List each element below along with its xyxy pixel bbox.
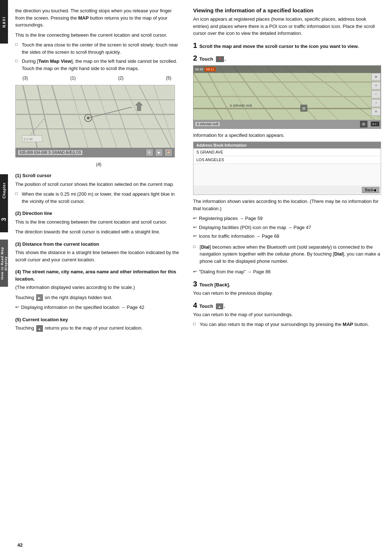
step-4: 4 Touch ▲.: [193, 301, 381, 310]
address-row-1: S GRAND AVE: [193, 148, 381, 156]
map-bottom-bar: 635-699 634-698 S GRAND AVE(LOS ⊞ ▶ 🏠: [16, 148, 175, 157]
bullet-1: Touch the area close to the center of th…: [15, 41, 182, 56]
map-btn-3[interactable]: 🏠: [164, 148, 172, 156]
map-cursor-btn[interactable]: ⊞: [360, 121, 367, 127]
map-info-text: Information for a specified location app…: [193, 132, 381, 139]
step-4-text: Touch ▲.: [199, 303, 225, 310]
arrow-item-dialing: "Dialing from the map" → Page 86: [193, 268, 381, 276]
main-content: the direction you touched. The scrolling…: [12, 0, 392, 555]
back-button[interactable]: Back◀: [362, 187, 379, 193]
right-arrow-list: Registering places → Page 59 Displaying …: [193, 215, 381, 240]
step-4-number: 4: [193, 301, 197, 310]
address-info-box: Address Book Information S GRAND AVE LOS…: [193, 142, 381, 195]
side-tabs: NAVI Chapter 3 How to Read Map Display: [0, 0, 12, 555]
step-3: 3 Touch [Back].: [193, 280, 381, 288]
address-row-2: LOS ANGELES: [193, 156, 381, 164]
svg-line-16: [88, 107, 132, 118]
map-side-buttons: A + − ↑ ≡: [371, 73, 381, 116]
svg-marker-17: [135, 102, 143, 111]
bullet-map-return: You can also return to the map of your s…: [193, 321, 381, 328]
section-current-loc: (5) Current location key Touching ▲ retu…: [15, 316, 182, 332]
map-grand-ave: S GRAND AVE: [195, 122, 220, 127]
map-button-inline: MAP: [78, 15, 89, 21]
step-3-number: 3: [193, 280, 197, 288]
step-1-text: Scroll the map and move the scroll curso…: [199, 43, 359, 50]
body-current-loc: Touching ▲ returns you to the map of you…: [15, 325, 182, 332]
map-side-btn-compass[interactable]: ↑: [371, 99, 381, 107]
intro-paragraph: the direction you touched. The scrolling…: [15, 7, 182, 29]
heading-street-name: (4) The street name, city name, area nam…: [15, 268, 182, 282]
map-label-5: (5): [166, 76, 171, 81]
svg-line-2: [52, 85, 70, 149]
how-to-tab: How to Read Map Display: [0, 240, 8, 287]
page-wrapper: NAVI Chapter 3 How to Read Map Display t…: [0, 0, 392, 555]
arrow-item-traffic: Icons for traffic information → Page 68: [193, 233, 381, 240]
page-number: 42: [17, 542, 23, 548]
body-distance: This shows the distance in a straight li…: [15, 249, 182, 263]
expand-icon: ▶: [36, 294, 43, 301]
step-1: 1 Scroll the map and move the scroll cur…: [193, 41, 381, 50]
step4-bullets: You can also return to the map of your s…: [193, 321, 381, 328]
dialing-arrow-list: "Dialing from the map" → Page 86: [193, 268, 381, 276]
section-distance: (3) Distance from the current location T…: [15, 241, 182, 264]
direction-line-text: This is the line connecting between the …: [15, 32, 182, 39]
map-bottom-icons: ⊞ ▶ 🏠: [146, 148, 172, 156]
address-info-header: Address Book Information: [193, 142, 381, 148]
body-direction-line-2: The direction towards the scroll cursor …: [15, 228, 182, 236]
right-bullet-list: [Dial] becomes active when the Bluetooth…: [193, 244, 381, 265]
bullet-dial: [Dial] becomes active when the Bluetooth…: [193, 244, 381, 265]
dial-bold-1: Dial: [201, 244, 210, 250]
body-direction-line-1: This is the line connecting between the …: [15, 219, 182, 226]
svg-line-5: [95, 85, 117, 149]
left-column: the direction you touched. The scrolling…: [15, 7, 189, 540]
step-3-text: Touch [Back].: [199, 282, 230, 288]
chapter-tab: Chapter: [0, 174, 8, 207]
map-scale: 8.1↑: [371, 122, 379, 126]
body-street-name-1: (The information displayed varies accord…: [15, 284, 182, 291]
info-varies-text: The information shown varies according t…: [193, 198, 381, 212]
step-2-number: 2: [193, 54, 197, 62]
step4-map-icon: ▲: [216, 303, 223, 309]
map-screenshot-bottom: S GRAND AVE ⊞ 8.1↑: [193, 120, 381, 128]
step-3-body: You can return to the previous display.: [193, 290, 381, 297]
step2-icon: 📍: [216, 56, 224, 62]
svg-text:1.1 mi: 1.1 mi: [24, 137, 33, 141]
body-scroll-cursor: The position of scroll cursor shows the …: [15, 181, 182, 188]
heading-scroll-cursor: (1) Scroll cursor: [15, 172, 182, 179]
heading-current-loc: (5) Current location key: [15, 316, 182, 323]
map-time-display: 08:49: [195, 68, 203, 71]
map-label-1: (1): [70, 76, 76, 81]
map-label-2: (2): [118, 76, 124, 81]
map-label-3: (3): [23, 76, 28, 81]
heading-direction-line: (2) Direction line: [15, 210, 182, 217]
map-screenshot: S GRAND AVE ⊞ 08:49 08:11 A + − ↑ ≡: [193, 65, 381, 129]
map-side-btn-plus[interactable]: +: [371, 82, 381, 90]
step-2: 2 Touch 📍.: [193, 54, 381, 62]
svg-line-9: [154, 85, 175, 149]
map-btn-1[interactable]: ⊞: [146, 148, 154, 156]
navi-tab: NAVI: [0, 0, 8, 44]
map-side-btn-menu[interactable]: ≡: [371, 108, 381, 116]
map-side-btn-a[interactable]: A: [371, 73, 381, 81]
map-side-btn-minus[interactable]: −: [371, 90, 381, 98]
intro-bullets: Touch the area close to the center of th…: [15, 41, 182, 72]
section-direction-line: (2) Direction line This is the line conn…: [15, 210, 182, 236]
arrow-item-loc: Displaying information on the specified …: [15, 304, 182, 311]
map-btn-2[interactable]: ▶: [155, 148, 163, 156]
right-intro: An icon appears at registered places (ho…: [193, 16, 381, 37]
bullets-scroll-cursor: When the scale is 0.25 mi (200 m) or low…: [15, 191, 182, 205]
bullet2-prefix: During [: [22, 58, 38, 64]
map-diagram: 1.1 mi 635-699 634-698 S GRAND AVE(LOS ⊞…: [15, 85, 175, 158]
section-title: Viewing the information of a specified l…: [193, 7, 381, 13]
bullet-2: During [Twin Map View], the map on the l…: [15, 58, 182, 72]
step4-map-btn: MAP: [343, 322, 353, 327]
svg-line-3: [70, 85, 88, 149]
chapter-number-tab: 3: [0, 207, 8, 232]
map-screenshot-streets: S GRAND AVE ⊞: [193, 66, 381, 128]
address-back-section: Back◀: [193, 185, 381, 195]
heading-distance: (3) Distance from the current location: [15, 241, 182, 248]
step-4-body: You can return to the map of your surrou…: [193, 311, 381, 318]
body-street-name-2: Touching ▶ on the right displays hidden …: [15, 294, 182, 301]
arrow-item-poi: Displaying facilities (POI) icon on the …: [193, 224, 381, 231]
arrows-street-name: Displaying information on the specified …: [15, 304, 182, 311]
